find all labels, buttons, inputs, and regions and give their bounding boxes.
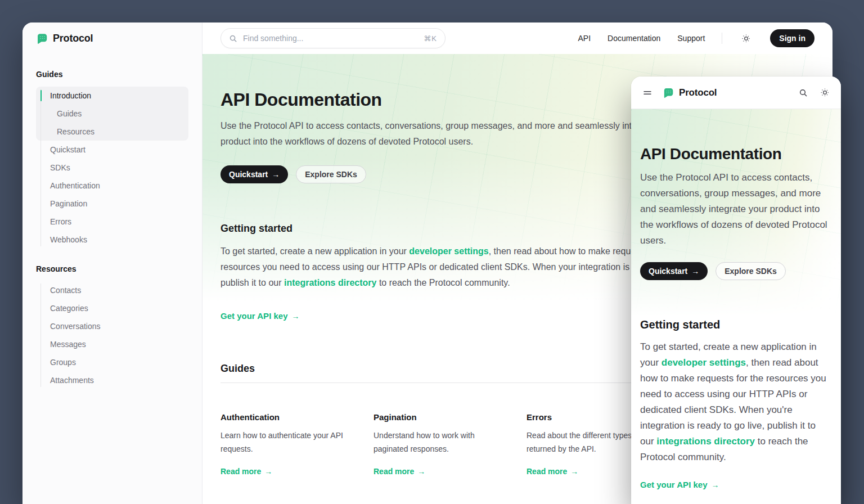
body-text: to reach the Protocol community. xyxy=(376,278,510,287)
sidebar-item-guides[interactable]: Guides xyxy=(36,105,188,123)
explore-sdks-button[interactable]: Explore SDKs xyxy=(296,165,366,183)
protocol-logo-icon xyxy=(36,33,48,44)
read-more-link[interactable]: Read more → xyxy=(374,467,425,476)
getting-started-heading: Getting started xyxy=(640,318,832,331)
read-more-link[interactable]: Read more → xyxy=(220,467,272,476)
header-divider xyxy=(722,33,722,44)
explore-sdks-button[interactable]: Explore SDKs xyxy=(716,262,786,280)
getting-started-body: To get started, create a new application… xyxy=(640,339,832,465)
theme-toggle-sun-icon[interactable] xyxy=(739,32,753,46)
sidebar-section-resources: Resources Contacts Categories Conversati… xyxy=(22,264,202,389)
nav-link-api[interactable]: API xyxy=(578,34,591,43)
sidebar-section-title: Resources xyxy=(36,264,188,273)
nav-link-support[interactable]: Support xyxy=(677,34,705,43)
sidebar-item-conversations[interactable]: Conversations xyxy=(36,317,188,335)
card-title: Authentication xyxy=(220,412,358,422)
search-input[interactable] xyxy=(243,34,418,43)
read-more-label: Read more xyxy=(526,467,567,476)
sidebar-item-contacts[interactable]: Contacts xyxy=(36,281,188,299)
read-more-label: Read more xyxy=(374,467,414,476)
arrow-right-icon: → xyxy=(691,267,699,275)
brand-logo[interactable]: Protocol xyxy=(22,22,202,54)
card-body: Learn how to authenticate your API reque… xyxy=(220,429,358,456)
body-text: , then read about how to make requests f… xyxy=(640,357,826,447)
sidebar-item-quickstart[interactable]: Quickstart xyxy=(36,141,188,159)
sidebar-item-resources[interactable]: Resources xyxy=(36,123,188,141)
mobile-content: API Documentation Use the Protocol API t… xyxy=(631,109,841,504)
card-body: Understand how to work with paginated re… xyxy=(374,429,511,456)
brand-name: Protocol xyxy=(53,33,93,44)
arrow-right-icon: → xyxy=(712,481,719,489)
sidebar: Protocol Guides Introduction Guides Reso… xyxy=(22,22,202,504)
sidebar-item-sdks[interactable]: SDKs xyxy=(36,159,188,177)
top-header: ⌘K API Documentation Support Sign in xyxy=(202,22,832,54)
sidebar-section-guides: Guides Introduction Guides Resources Qui… xyxy=(22,70,202,249)
quickstart-button-label: Quickstart xyxy=(229,170,268,179)
developer-settings-link[interactable]: developer settings xyxy=(409,246,488,256)
search-icon xyxy=(229,34,237,43)
get-api-key-link[interactable]: Get your API key → xyxy=(640,480,719,489)
active-indicator xyxy=(40,90,42,101)
sidebar-nav-list: Introduction Guides Resources Quickstart… xyxy=(36,87,188,249)
mobile-header: Protocol xyxy=(631,76,841,109)
arrow-right-icon: → xyxy=(417,467,425,475)
theme-toggle-sun-icon[interactable] xyxy=(818,86,832,100)
protocol-logo-icon xyxy=(663,87,674,98)
get-api-key-label: Get your API key xyxy=(220,311,288,321)
brand-name: Protocol xyxy=(679,87,717,98)
get-api-key-label: Get your API key xyxy=(640,480,708,489)
guide-card-pagination: Pagination Understand how to work with p… xyxy=(374,412,511,476)
page-title: API Documentation xyxy=(640,145,832,163)
search-shortcut: ⌘K xyxy=(424,34,437,43)
read-more-label: Read more xyxy=(220,467,261,476)
sidebar-item-introduction[interactable]: Introduction xyxy=(36,87,188,105)
mobile-preview-panel: Protocol API Documentation Use the Proto… xyxy=(631,76,841,504)
sidebar-active-group: Introduction Guides Resources xyxy=(36,87,188,141)
sidebar-item-categories[interactable]: Categories xyxy=(36,299,188,317)
sidebar-item-pagination[interactable]: Pagination xyxy=(36,195,188,213)
nav-link-documentation[interactable]: Documentation xyxy=(608,34,660,43)
quickstart-button[interactable]: Quickstart → xyxy=(640,262,708,280)
get-api-key-link[interactable]: Get your API key → xyxy=(220,311,300,321)
quickstart-button-label: Quickstart xyxy=(649,267,687,276)
hero-buttons: Quickstart → Explore SDKs xyxy=(640,262,832,280)
page-intro: Use the Protocol API to access contacts,… xyxy=(640,170,832,249)
guide-card-authentication: Authentication Learn how to authenticate… xyxy=(220,412,358,476)
arrow-right-icon: → xyxy=(264,467,272,475)
card-title: Pagination xyxy=(374,412,511,422)
quickstart-button[interactable]: Quickstart → xyxy=(220,165,288,183)
arrow-right-icon: → xyxy=(272,170,280,178)
search-icon[interactable] xyxy=(796,86,810,100)
sidebar-item-groups[interactable]: Groups xyxy=(36,353,188,371)
getting-started-body: To get started, create a new application… xyxy=(220,244,699,291)
sidebar-item-webhooks[interactable]: Webhooks xyxy=(36,231,188,249)
hamburger-menu-icon[interactable] xyxy=(640,86,655,100)
sidebar-nav-list: Contacts Categories Conversations Messag… xyxy=(36,281,188,389)
page-intro: Use the Protocol API to access contacts,… xyxy=(220,118,699,150)
sidebar-item-errors[interactable]: Errors xyxy=(36,213,188,231)
integrations-directory-link[interactable]: integrations directory xyxy=(284,278,376,287)
read-more-link[interactable]: Read more → xyxy=(526,467,578,476)
arrow-right-icon: → xyxy=(292,312,300,320)
sidebar-item-authentication[interactable]: Authentication xyxy=(36,177,188,195)
integrations-directory-link[interactable]: integrations directory xyxy=(656,436,755,447)
search-bar[interactable]: ⌘K xyxy=(220,28,446,48)
body-text: To get started, create a new application… xyxy=(220,246,409,256)
mobile-brand-logo[interactable]: Protocol xyxy=(663,87,717,98)
developer-settings-link[interactable]: developer settings xyxy=(662,357,746,368)
sidebar-section-title: Guides xyxy=(36,70,188,79)
sign-in-button[interactable]: Sign in xyxy=(770,29,814,47)
sidebar-item-messages[interactable]: Messages xyxy=(36,335,188,353)
sidebar-item-attachments[interactable]: Attachments xyxy=(36,371,188,389)
arrow-right-icon: → xyxy=(570,467,578,475)
